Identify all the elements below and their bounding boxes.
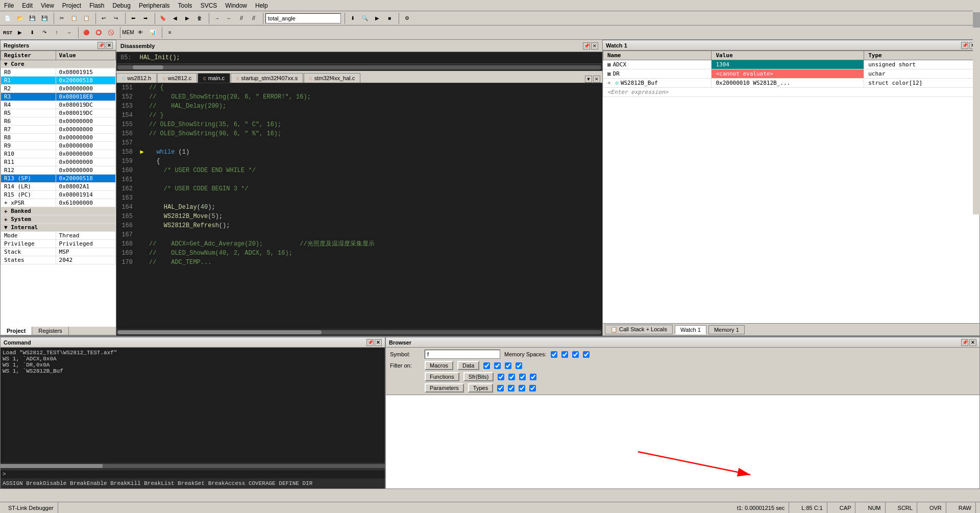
table-row[interactable]: R6 0x00000000 bbox=[1, 117, 116, 126]
menu-tools[interactable]: Tools bbox=[174, 1, 197, 10]
table-row[interactable]: + ⚙WS2812B_Buf 0x20000010 WS2812B_... st… bbox=[603, 79, 979, 88]
menu-file[interactable]: File bbox=[0, 1, 18, 10]
tab-registers[interactable]: Registers bbox=[32, 327, 68, 335]
registers-pin-btn[interactable]: 📌 bbox=[97, 42, 105, 49]
download-btn[interactable]: ⬇ bbox=[347, 13, 358, 24]
cut-btn[interactable]: ✂ bbox=[56, 13, 67, 24]
run-to-cursor-btn[interactable]: → bbox=[63, 27, 75, 38]
table-row[interactable]: Stack MSP bbox=[1, 248, 116, 256]
code-tab-pin-btn[interactable]: ▼ bbox=[585, 76, 592, 83]
table-row[interactable]: R11 0x00000000 bbox=[1, 158, 116, 166]
browser-filter-check11[interactable] bbox=[519, 385, 525, 392]
disassembly-close-btn[interactable]: ✕ bbox=[591, 42, 598, 50]
menu-edit[interactable]: Edit bbox=[18, 1, 37, 10]
table-row[interactable]: R15 (PC) 0x08001914 bbox=[1, 191, 116, 199]
watch-view-btn[interactable]: 👁 bbox=[135, 27, 146, 38]
step-into-btn[interactable]: ⬇ bbox=[27, 27, 38, 38]
bp-disable-btn[interactable]: ⭕ bbox=[93, 27, 104, 38]
table-row[interactable]: ▼ Internal bbox=[1, 224, 116, 232]
watch-pin-btn[interactable]: 📌 bbox=[961, 42, 968, 49]
tab-project[interactable]: Project bbox=[1, 327, 32, 335]
table-row[interactable]: + Banked bbox=[1, 207, 116, 215]
outdent-btn[interactable]: ← bbox=[224, 13, 235, 24]
browser-macros-btn[interactable]: Macros bbox=[425, 361, 453, 370]
open-btn[interactable]: 📂 bbox=[14, 13, 26, 24]
back-btn[interactable]: ⬅ bbox=[128, 13, 139, 24]
perf-btn[interactable]: 📊 bbox=[147, 27, 158, 38]
mem-view-btn[interactable]: MEM bbox=[122, 27, 134, 38]
table-row[interactable]: R1 0x20000518 bbox=[1, 77, 116, 85]
command-close-btn[interactable]: ✕ bbox=[375, 339, 382, 346]
table-row[interactable]: <Enter expression> bbox=[603, 88, 979, 97]
table-row[interactable]: Mode Thread bbox=[1, 232, 116, 240]
command-pin-btn[interactable]: 📌 bbox=[366, 339, 374, 346]
debug-run-btn[interactable]: ▶ bbox=[14, 27, 26, 38]
tab-startup[interactable]: s startup_stm32f407xx.s bbox=[231, 73, 303, 83]
table-row[interactable]: R9 0x00000000 bbox=[1, 142, 116, 150]
cmd-scrollbar-v[interactable] bbox=[973, 10, 980, 71]
expand-banked-icon[interactable]: + bbox=[4, 208, 8, 214]
browser-data-btn[interactable]: Data bbox=[457, 361, 479, 370]
table-row[interactable]: + xPSR 0x61000000 bbox=[1, 199, 116, 207]
bp-btn[interactable]: 🔴 bbox=[81, 27, 92, 38]
search-btn[interactable]: 🔍 bbox=[359, 13, 371, 24]
browser-filter-check10[interactable] bbox=[508, 385, 514, 392]
redo-btn[interactable]: ↪ bbox=[110, 13, 121, 24]
table-row[interactable]: R5 0x080019DC bbox=[1, 109, 116, 117]
table-row[interactable]: R4 0x080019DC bbox=[1, 101, 116, 109]
watch-table-container[interactable]: Name Value Type ■ADCX 1304 unsigned shor… bbox=[603, 51, 979, 323]
code-scroll-thumb[interactable] bbox=[117, 330, 322, 334]
menu-window[interactable]: Window bbox=[221, 1, 251, 10]
menu-debug[interactable]: Debug bbox=[109, 1, 135, 10]
next-bookmark-btn[interactable]: ▶ bbox=[182, 13, 193, 24]
table-row[interactable]: R0 0x08001915 bbox=[1, 68, 116, 77]
browser-parameters-btn[interactable]: Parameters bbox=[425, 383, 464, 393]
uncomment-btn[interactable]: // bbox=[248, 13, 259, 24]
browser-filter-check5[interactable] bbox=[498, 374, 504, 380]
menu-help[interactable]: Help bbox=[251, 1, 272, 10]
browser-filter-check6[interactable] bbox=[508, 374, 515, 380]
menu-view[interactable]: View bbox=[37, 1, 58, 10]
browser-symbol-input[interactable] bbox=[425, 350, 500, 359]
table-row[interactable]: ■DR <cannot evaluate> uchar bbox=[603, 69, 979, 79]
reset-btn[interactable]: RST bbox=[2, 27, 13, 38]
table-row[interactable]: R8 0x00000000 bbox=[1, 134, 116, 142]
watch-enter-expr[interactable]: <Enter expression> bbox=[603, 88, 979, 97]
browser-filter-check2[interactable] bbox=[494, 362, 501, 369]
target-dropdown[interactable] bbox=[265, 13, 341, 23]
menu-svcs[interactable]: SVCS bbox=[197, 1, 222, 10]
expand-xpsr-icon[interactable]: + bbox=[4, 200, 8, 206]
browser-memspace-check2[interactable] bbox=[561, 351, 568, 358]
undo-btn[interactable]: ↩ bbox=[98, 13, 109, 24]
command-input-field[interactable] bbox=[8, 471, 383, 477]
expand-ws2812-icon[interactable]: + bbox=[607, 80, 611, 86]
collapse-internal-icon[interactable]: ▼ bbox=[4, 224, 8, 231]
menu-peripherals[interactable]: Peripherals bbox=[135, 1, 174, 10]
expand-system-icon[interactable]: + bbox=[4, 216, 8, 223]
collapse-icon[interactable]: ▼ bbox=[4, 61, 8, 67]
disasm-scrollbar[interactable] bbox=[116, 64, 602, 71]
browser-filter-check4[interactable] bbox=[516, 362, 522, 369]
browser-close-btn[interactable]: ✕ bbox=[969, 339, 976, 346]
new-file-btn[interactable]: 📄 bbox=[2, 13, 13, 24]
browser-filter-check3[interactable] bbox=[505, 362, 511, 369]
table-row[interactable]: States 2042 bbox=[1, 256, 116, 264]
run-btn[interactable]: ▶ bbox=[372, 13, 383, 24]
bookmark-btn[interactable]: 🔖 bbox=[157, 13, 168, 24]
menu-project[interactable]: Project bbox=[58, 1, 85, 10]
table-row[interactable]: Privilege Privileged bbox=[1, 240, 116, 248]
tab-callstack-locals[interactable]: 📋 Call Stack + Locals bbox=[605, 325, 673, 334]
browser-memspace-check4[interactable] bbox=[583, 351, 590, 358]
cmd-scroll-thumb-v[interactable] bbox=[973, 12, 980, 28]
copy-btn[interactable]: 📋 bbox=[68, 13, 80, 24]
browser-filter-check1[interactable] bbox=[483, 362, 490, 369]
cmd-scrollbar-h[interactable] bbox=[1, 462, 385, 470]
tab-ws2812h[interactable]: h ws2812.h bbox=[116, 73, 157, 83]
browser-filter-check9[interactable] bbox=[497, 385, 504, 392]
table-row[interactable]: R12 0x00000000 bbox=[1, 166, 116, 175]
table-row[interactable]: + System bbox=[1, 215, 116, 224]
table-row[interactable]: R10 0x00000000 bbox=[1, 150, 116, 158]
logic-btn[interactable]: ≡ bbox=[164, 27, 176, 38]
table-row[interactable]: R2 0x00000000 bbox=[1, 85, 116, 93]
indent-btn[interactable]: → bbox=[211, 13, 223, 24]
